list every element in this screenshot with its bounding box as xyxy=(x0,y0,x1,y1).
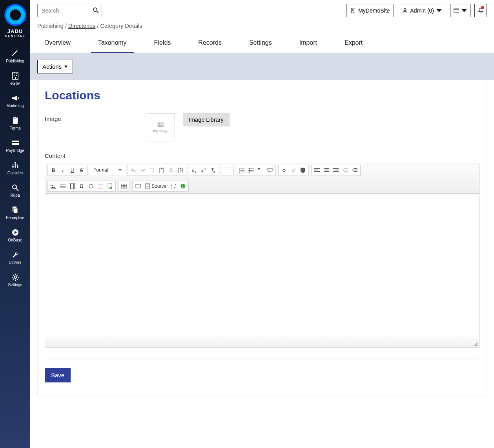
undo-button[interactable] xyxy=(129,166,138,175)
page-button[interactable]: + xyxy=(105,182,115,190)
tab-fields[interactable]: Fields xyxy=(147,35,178,53)
superscript-button[interactable]: x2 xyxy=(199,166,209,175)
image-button[interactable] xyxy=(49,182,58,190)
sidebar-item-paybridge[interactable]: PayBridge xyxy=(0,134,30,157)
sidebar-item-forms[interactable]: Forms xyxy=(0,112,30,134)
underline-button[interactable]: U xyxy=(67,166,77,175)
media-button[interactable] xyxy=(67,182,77,190)
tab-taxonomy[interactable]: Taxonomy xyxy=(91,35,134,53)
site-switcher-button[interactable]: MyDemoSite xyxy=(346,4,394,17)
apps-menu-button[interactable] xyxy=(450,4,470,17)
sidebar-item-label: OnBase xyxy=(8,238,22,242)
align-right-button[interactable] xyxy=(331,166,341,175)
tab-import[interactable]: Import xyxy=(292,35,324,53)
bold-button[interactable]: B xyxy=(49,166,58,175)
svg-point-55 xyxy=(249,170,250,171)
tab-settings[interactable]: Settings xyxy=(242,35,279,53)
resize-grip[interactable] xyxy=(474,342,478,346)
swap-button[interactable]: ba xyxy=(169,182,178,190)
crumb-publishing: Publishing xyxy=(37,23,64,29)
svg-rect-62 xyxy=(301,168,305,172)
notifications-button[interactable] xyxy=(474,4,487,17)
sidebar-item-egov[interactable]: eGov xyxy=(0,67,30,90)
svg-rect-36 xyxy=(161,168,162,169)
hr-button[interactable] xyxy=(58,182,67,190)
svg-text:x: x xyxy=(192,168,194,172)
indent-button[interactable] xyxy=(350,166,359,175)
copy-icon xyxy=(11,206,19,214)
editor-toolbar: B I U S Format xyxy=(45,163,479,194)
comment-button[interactable] xyxy=(265,166,275,175)
book-button[interactable] xyxy=(133,182,143,190)
paste-text-button[interactable] xyxy=(176,166,185,175)
svg-point-20 xyxy=(93,8,97,11)
anchor-button[interactable] xyxy=(298,166,308,175)
redo-button[interactable] xyxy=(138,166,148,175)
sidebar-item-perceptive[interactable]: Perceptive xyxy=(0,201,30,224)
svg-point-14 xyxy=(13,185,16,189)
table-button[interactable] xyxy=(119,182,129,190)
content-field-label: Content xyxy=(45,152,479,159)
building-icon xyxy=(350,8,356,13)
svg-point-28 xyxy=(404,9,406,11)
tab-overview[interactable]: Overview xyxy=(37,35,78,53)
svg-rect-25 xyxy=(352,10,353,11)
link-button[interactable] xyxy=(279,166,289,175)
iframe-button[interactable] xyxy=(96,182,105,190)
unlink-button[interactable] xyxy=(289,166,298,175)
svg-rect-84 xyxy=(70,183,71,189)
editor-content-area[interactable] xyxy=(45,194,479,336)
subscript-button[interactable]: x2 xyxy=(190,166,199,175)
numbered-list-button[interactable]: 123 xyxy=(237,166,246,175)
sidebar-item-galaxies[interactable]: Galaxies xyxy=(0,157,30,179)
svg-rect-30 xyxy=(454,9,459,12)
actions-dropdown-button[interactable]: Actions xyxy=(37,60,73,73)
source-label: Source xyxy=(151,183,166,189)
pencil-icon xyxy=(11,49,19,57)
sidebar-item-utilities[interactable]: Utilities xyxy=(0,246,30,269)
crumb-directories[interactable]: Directories xyxy=(68,23,95,29)
info-button[interactable]: i xyxy=(178,182,188,190)
svg-point-86 xyxy=(89,184,93,188)
special-char-button[interactable]: Ω xyxy=(77,182,86,190)
svg-rect-24 xyxy=(354,9,354,10)
sidebar-item-marketing[interactable]: Marketing xyxy=(0,90,30,112)
save-button[interactable]: Save xyxy=(45,368,71,382)
source-button[interactable]: Source xyxy=(143,182,169,190)
strike-button[interactable]: S xyxy=(77,166,86,175)
align-left-button[interactable] xyxy=(312,166,322,175)
user-icon xyxy=(402,8,408,13)
remove-format-button[interactable]: Tx xyxy=(209,166,218,175)
sidebar-item-publishing[interactable]: Publishing xyxy=(0,45,30,67)
italic-button[interactable]: I xyxy=(58,166,67,175)
search-icon[interactable] xyxy=(93,7,99,13)
sidebar-item-settings[interactable]: Settings xyxy=(0,269,30,291)
svg-rect-27 xyxy=(353,12,354,13)
format-select[interactable]: Format xyxy=(90,165,125,175)
rich-text-editor: B I U S Format xyxy=(45,163,479,348)
tab-export[interactable]: Export xyxy=(337,35,370,53)
format-label: Format xyxy=(93,167,108,173)
cut-button[interactable] xyxy=(166,166,176,175)
user-menu-button[interactable]: Admin (0) xyxy=(398,4,446,17)
tab-records[interactable]: Records xyxy=(191,35,229,53)
sidebar-item-onbase[interactable]: OnBase xyxy=(0,224,30,246)
blockquote-button[interactable]: ” xyxy=(256,166,265,175)
sidebar: JADU CENTRAL PublishingeGovMarketingForm… xyxy=(0,0,30,448)
gear-icon xyxy=(11,273,19,281)
align-center-button[interactable] xyxy=(322,166,331,175)
sidebar-item-label: Galaxies xyxy=(7,171,23,175)
outdent-button[interactable] xyxy=(341,166,350,175)
sidebar-item-rupa[interactable]: Rupa xyxy=(0,179,30,201)
bullet-list-button[interactable] xyxy=(246,166,256,175)
image-library-button[interactable]: Image Library xyxy=(183,113,230,126)
copy-button[interactable] xyxy=(148,166,157,175)
logo xyxy=(4,4,26,26)
circle-button[interactable] xyxy=(86,182,96,190)
svg-text:2: 2 xyxy=(204,168,206,170)
maximize-button[interactable] xyxy=(223,166,232,175)
paste-button[interactable] xyxy=(157,166,166,175)
search-wrap xyxy=(37,4,102,17)
chevron-down-icon xyxy=(461,8,467,13)
editor-footer xyxy=(45,336,479,347)
